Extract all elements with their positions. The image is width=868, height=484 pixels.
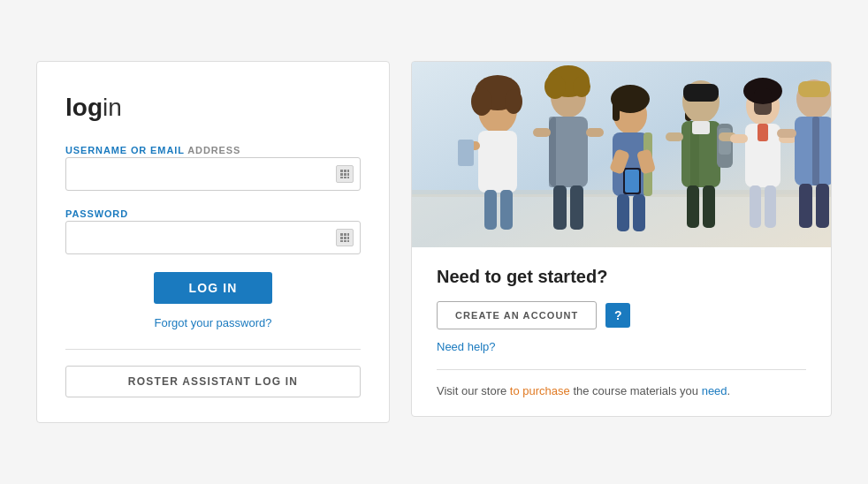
svg-rect-35: [549, 117, 556, 187]
svg-rect-25: [478, 131, 517, 193]
svg-rect-53: [683, 84, 719, 102]
password-label: PASSWORD: [65, 208, 128, 219]
username-label-gray: ADDRESS: [185, 145, 240, 155]
svg-rect-37: [586, 128, 604, 137]
svg-rect-4: [344, 173, 346, 176]
svg-rect-28: [484, 190, 497, 230]
store-text-4: .: [727, 384, 731, 397]
svg-rect-68: [730, 134, 748, 143]
login-title-light: in: [103, 94, 122, 121]
svg-rect-51: [633, 194, 645, 231]
svg-rect-56: [692, 121, 710, 134]
right-divider: [437, 369, 806, 370]
svg-point-24: [505, 89, 522, 114]
login-panel: login USERNAME OR EMAIL ADDRESS PASSWORD: [36, 61, 390, 423]
svg-rect-12: [340, 237, 343, 239]
svg-rect-38: [553, 185, 567, 230]
svg-rect-10: [344, 233, 346, 236]
svg-rect-59: [666, 132, 683, 141]
account-row: CREATE AN ACCOUNT ?: [437, 301, 806, 329]
svg-point-23: [471, 87, 492, 116]
svg-rect-65: [754, 88, 772, 115]
login-title-bold: log: [65, 94, 103, 121]
svg-rect-61: [687, 185, 699, 228]
username-input[interactable]: [65, 157, 361, 191]
username-input-icon[interactable]: [336, 165, 354, 183]
login-title: login: [65, 94, 361, 122]
svg-rect-8: [347, 177, 349, 178]
svg-rect-71: [765, 185, 776, 228]
roster-assistant-button[interactable]: ROSTER ASSISTANT LOG IN: [65, 366, 361, 397]
password-field-wrapper: [65, 221, 361, 254]
page-wrapper: login USERNAME OR EMAIL ADDRESS PASSWORD: [10, 34, 858, 450]
hero-image: [412, 62, 831, 247]
svg-rect-70: [750, 185, 761, 228]
store-text-2: the course materials you: [570, 384, 702, 397]
help-icon-button[interactable]: ?: [605, 303, 630, 328]
svg-point-33: [573, 76, 590, 97]
username-field-wrapper: [65, 157, 361, 191]
grid-icon: [340, 170, 349, 178]
svg-rect-15: [340, 240, 343, 242]
svg-rect-47: [625, 170, 639, 193]
svg-rect-39: [570, 185, 583, 230]
username-label-blue: USERNAME OR EMAIL: [65, 145, 185, 155]
grid-icon-2: [340, 233, 349, 242]
svg-rect-3: [340, 173, 343, 176]
svg-rect-14: [347, 237, 349, 239]
svg-rect-75: [812, 117, 819, 185]
need-help-link[interactable]: Need help?: [437, 340, 806, 353]
password-label-text: PASSWORD: [65, 208, 128, 219]
svg-rect-42: [613, 99, 620, 121]
svg-rect-9: [340, 233, 343, 236]
store-text-1: Visit our store: [437, 384, 510, 397]
username-label: USERNAME OR EMAIL ADDRESS: [65, 145, 240, 155]
login-button[interactable]: LOG IN: [154, 272, 273, 304]
svg-rect-1: [344, 170, 346, 172]
svg-rect-5: [347, 173, 349, 176]
panel-divider: [65, 349, 361, 350]
svg-rect-16: [344, 240, 346, 242]
svg-rect-50: [617, 194, 629, 231]
store-text: Visit our store to purchase the course m…: [437, 382, 806, 400]
svg-rect-76: [777, 129, 796, 138]
svg-rect-0: [340, 170, 343, 172]
svg-rect-36: [533, 128, 551, 137]
svg-rect-7: [344, 177, 346, 178]
svg-rect-29: [500, 190, 513, 230]
svg-rect-67: [758, 124, 768, 141]
create-account-button[interactable]: CREATE AN ACCOUNT: [437, 301, 597, 329]
svg-point-32: [544, 74, 566, 99]
svg-rect-78: [816, 184, 829, 228]
store-link[interactable]: to purchase: [510, 384, 570, 397]
svg-rect-27: [458, 140, 474, 166]
password-input-icon[interactable]: [336, 229, 354, 246]
svg-rect-2: [347, 170, 349, 172]
password-input[interactable]: [65, 221, 361, 254]
svg-rect-62: [703, 185, 715, 228]
svg-rect-11: [347, 233, 349, 236]
svg-rect-77: [799, 184, 812, 228]
right-content: Need to get started? CREATE AN ACCOUNT ?…: [412, 247, 831, 416]
store-link-blue[interactable]: need: [702, 384, 727, 397]
svg-rect-13: [344, 237, 346, 239]
svg-rect-73: [798, 81, 830, 97]
need-started-heading: Need to get started?: [437, 267, 806, 287]
svg-rect-17: [347, 240, 349, 242]
svg-rect-6: [340, 177, 343, 178]
students-illustration: [412, 62, 831, 247]
right-panel: Need to get started? CREATE AN ACCOUNT ?…: [411, 61, 832, 417]
forgot-password-link[interactable]: Forgot your password?: [65, 316, 361, 329]
